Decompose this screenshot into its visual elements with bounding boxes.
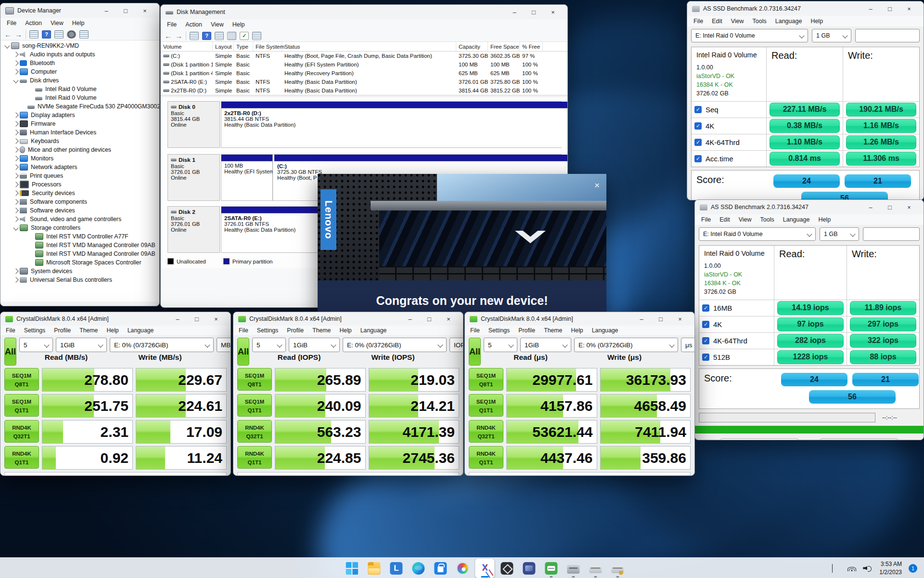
menu-view[interactable]: View bbox=[46, 18, 68, 28]
devmgr-node[interactable]: Firmware bbox=[0, 119, 159, 128]
chevron-right-icon[interactable] bbox=[12, 70, 20, 74]
tree-panel-icon[interactable] bbox=[215, 32, 224, 40]
chevron-down-icon[interactable] bbox=[12, 226, 20, 230]
cdm-titlebar[interactable]: CrystalDiskMark 8.0.4 x64 [Admin]–□× bbox=[233, 312, 463, 326]
menu-action[interactable]: Action bbox=[181, 20, 206, 29]
test-type-button[interactable]: SEQ1MQ8T1 bbox=[469, 368, 503, 391]
test-toggle[interactable]: ✓4K bbox=[692, 118, 766, 134]
maximize-button[interactable]: □ bbox=[420, 312, 439, 326]
test-type-button[interactable]: SEQ1MQ8T1 bbox=[4, 368, 39, 391]
chevron-down-icon[interactable] bbox=[12, 79, 20, 82]
checkbox-checked-icon[interactable]: ✓ bbox=[694, 139, 702, 146]
device-manager-titlebar[interactable]: Device Manager – □ × bbox=[0, 3, 159, 18]
chevron-right-icon[interactable] bbox=[12, 269, 20, 273]
list-doc-icon[interactable] bbox=[252, 32, 261, 40]
drive-select[interactable]: E: Intel Raid 0 Volume bbox=[691, 29, 808, 42]
snipping-tool-icon[interactable] bbox=[475, 559, 494, 578]
lenovo-vantage-icon[interactable]: L bbox=[386, 559, 406, 578]
maximize-button[interactable]: □ bbox=[880, 1, 899, 16]
devmgr-node[interactable]: Intel RST VMD Managed Controller 09AB bbox=[0, 241, 159, 250]
close-button[interactable]: × bbox=[899, 1, 919, 16]
scan-hardware-icon[interactable] bbox=[67, 30, 76, 39]
volume-row[interactable]: 2SATA-R0 (E:)SimpleBasicNTFSHealthy (Bas… bbox=[161, 78, 567, 86]
as-ssd-titlebar[interactable]: AS SSD Benchmark 2.0.7316.34247–□× bbox=[687, 1, 924, 16]
tree-panel-icon[interactable] bbox=[54, 30, 64, 39]
test-size-select[interactable]: 1 GB bbox=[812, 29, 851, 42]
forward-icon[interactable]: → bbox=[175, 32, 182, 39]
zoom-icon[interactable] bbox=[227, 32, 236, 40]
devmgr-node[interactable]: Intel RST VMD Managed Controller 09AB bbox=[0, 250, 159, 258]
close-button[interactable]: × bbox=[206, 312, 226, 326]
disk-label[interactable]: Disk 2Basic3726.01 GBOnline bbox=[167, 206, 220, 253]
chevron-right-icon[interactable] bbox=[12, 131, 20, 134]
result-name-input[interactable] bbox=[863, 227, 920, 241]
notification-badge[interactable]: 1 bbox=[909, 564, 917, 573]
chevron-right-icon[interactable] bbox=[12, 191, 20, 195]
menu-help[interactable]: Help bbox=[68, 18, 89, 28]
console-panel-icon[interactable] bbox=[190, 32, 199, 40]
green-disk-app-icon[interactable] bbox=[541, 559, 561, 578]
column-header[interactable]: Layout bbox=[213, 42, 234, 51]
volume-icon[interactable] bbox=[863, 565, 873, 572]
menu-settings[interactable]: Settings bbox=[253, 326, 282, 335]
help-icon[interactable]: ? bbox=[42, 30, 51, 39]
test-toggle[interactable]: ✓4K-64Thrd bbox=[692, 134, 766, 150]
devmgr-node[interactable]: Security devices bbox=[0, 189, 159, 197]
checkbox-checked-icon[interactable]: ✓ bbox=[702, 337, 709, 344]
checkbox-checked-icon[interactable]: ✓ bbox=[702, 354, 709, 361]
monitor-action-icon[interactable] bbox=[79, 30, 89, 39]
menu-help[interactable]: Help bbox=[228, 20, 249, 29]
devmgr-node[interactable]: Mice and other pointing devices bbox=[0, 145, 159, 154]
edge-icon[interactable] bbox=[409, 559, 428, 578]
devmgr-node[interactable]: Processors bbox=[0, 180, 159, 189]
chevron-right-icon[interactable] bbox=[12, 174, 20, 178]
menu-file[interactable]: File bbox=[466, 326, 484, 335]
menu-profile[interactable]: Profile bbox=[514, 326, 539, 335]
maximize-button[interactable]: □ bbox=[880, 200, 899, 214]
devmgr-node[interactable]: Universal Serial Bus controllers bbox=[0, 276, 159, 284]
as-ssd-titlebar[interactable]: AS SSD Benchmark 2.0.7316.34247–□× bbox=[695, 200, 924, 214]
size-select[interactable]: 1GiB bbox=[56, 338, 107, 352]
all-tests-button[interactable]: All bbox=[469, 338, 481, 366]
checkbox-checked-icon[interactable]: ✓ bbox=[694, 106, 702, 113]
checkbox-checked-icon[interactable]: ✓ bbox=[702, 321, 709, 328]
menu-view[interactable]: View bbox=[727, 16, 748, 26]
as-ssd-app-icon[interactable] bbox=[564, 559, 583, 578]
microsoft-store-icon[interactable] bbox=[431, 559, 450, 578]
maximize-button[interactable]: □ bbox=[187, 312, 206, 326]
test-type-button[interactable]: RND4KQ1T1 bbox=[469, 446, 503, 469]
forward-icon[interactable]: → bbox=[15, 31, 22, 38]
menu-file[interactable]: File bbox=[1, 326, 20, 335]
minimize-button[interactable]: – bbox=[505, 5, 524, 19]
test-type-button[interactable]: RND4KQ32T1 bbox=[4, 420, 39, 443]
menu-language[interactable]: Language bbox=[771, 16, 807, 26]
disk-utility-a-icon[interactable] bbox=[586, 559, 605, 578]
menu-help[interactable]: Help bbox=[566, 326, 587, 335]
minimize-button[interactable]: – bbox=[400, 312, 420, 326]
checkbox-checked-icon[interactable]: ✓ bbox=[694, 122, 702, 130]
unit-select[interactable]: MB/s bbox=[217, 338, 231, 352]
devmgr-node[interactable]: Intel Raid 0 Volume bbox=[0, 85, 159, 93]
devmgr-node[interactable]: Monitors bbox=[0, 154, 159, 163]
chevron-right-icon[interactable] bbox=[12, 148, 20, 152]
partition[interactable]: 100 MBHealthy (EFI System P bbox=[221, 155, 273, 200]
menu-view[interactable]: View bbox=[734, 215, 756, 224]
menu-tools[interactable]: Tools bbox=[756, 215, 779, 224]
volume-row[interactable]: 2x2TB-R0 (D:)SimpleBasicNTFSHealthy (Bas… bbox=[161, 86, 567, 95]
help-icon[interactable]: ? bbox=[202, 32, 211, 40]
test-type-button[interactable]: SEQ1MQ1T1 bbox=[237, 394, 272, 417]
test-type-button[interactable]: RND4KQ1T1 bbox=[237, 446, 272, 469]
menu-theme[interactable]: Theme bbox=[539, 326, 566, 335]
column-header[interactable]: Volume bbox=[161, 42, 213, 51]
menu-profile[interactable]: Profile bbox=[50, 326, 75, 335]
devmgr-node[interactable]: song-REN9KK2-VMD bbox=[0, 41, 159, 50]
devmgr-node[interactable]: Software devices bbox=[0, 206, 159, 215]
minimize-button[interactable]: – bbox=[861, 200, 880, 214]
menu-file[interactable]: File bbox=[697, 215, 715, 224]
test-toggle[interactable]: ✓512B bbox=[699, 349, 774, 365]
check-doc-icon[interactable]: ✓ bbox=[240, 32, 249, 40]
menu-theme[interactable]: Theme bbox=[308, 326, 335, 335]
close-button[interactable]: × bbox=[899, 200, 919, 214]
devmgr-node[interactable]: Network adapters bbox=[0, 163, 159, 171]
chevron-down-icon[interactable] bbox=[3, 44, 11, 48]
